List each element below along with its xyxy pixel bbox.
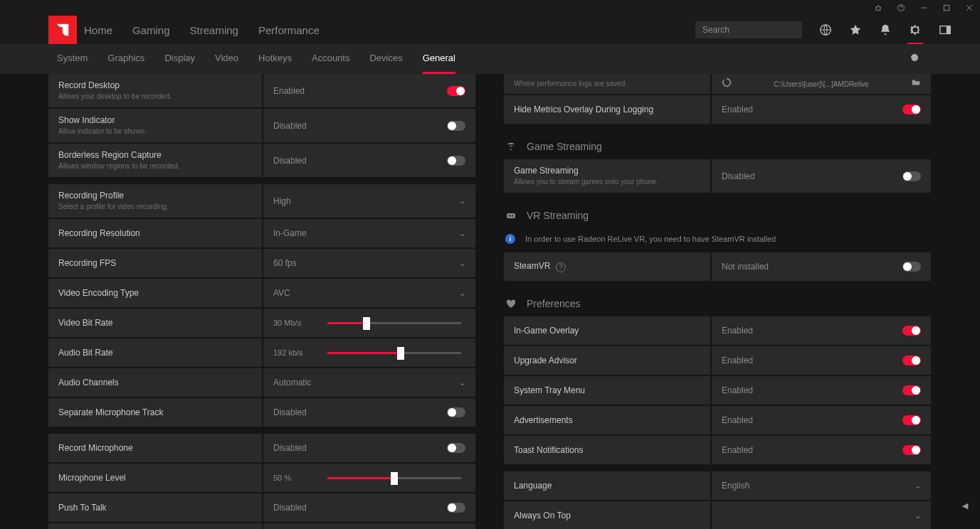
slider-thumb[interactable] bbox=[391, 472, 398, 485]
nav-streaming[interactable]: Streaming bbox=[190, 24, 238, 36]
dropdown[interactable]: 60 fps ⌄ bbox=[262, 249, 475, 277]
setting-row: System Tray Menu Enabled bbox=[504, 376, 931, 405]
toggle[interactable] bbox=[902, 326, 921, 336]
star-icon[interactable] bbox=[849, 23, 862, 36]
tab-video[interactable]: Video bbox=[215, 44, 238, 74]
nav-home[interactable]: Home bbox=[84, 24, 112, 36]
setting-row: Language English⌄ bbox=[504, 471, 931, 500]
setting-row: Audio Bit Rate 192 kb/s bbox=[48, 338, 475, 367]
dropdown[interactable]: Automatic ⌄ bbox=[262, 368, 475, 397]
setting-value: Automatic bbox=[273, 378, 311, 388]
setting-label: Always On Top bbox=[514, 511, 700, 520]
setting-sublabel: Select a profile for video recording. bbox=[58, 203, 252, 211]
setting-row: Upgrade Advisor Enabled bbox=[504, 346, 931, 375]
help-icon[interactable]: ? bbox=[556, 262, 566, 272]
share-icon[interactable] bbox=[960, 501, 970, 514]
toggle[interactable] bbox=[902, 105, 921, 114]
setting-label: Hide Metrics Overlay During Logging bbox=[514, 105, 700, 114]
dropdown[interactable]: ⌄ bbox=[710, 501, 931, 529]
main-header: Home Gaming Streaming Performance bbox=[0, 16, 980, 44]
help-icon[interactable] bbox=[895, 1, 907, 14]
toggle[interactable] bbox=[902, 385, 921, 395]
settings-left-column: Record Desktop Allows your desktop to be… bbox=[48, 74, 475, 529]
search-input[interactable] bbox=[701, 24, 796, 36]
tab-general[interactable]: General bbox=[423, 44, 455, 74]
chevron-down-icon: ⌄ bbox=[915, 481, 921, 491]
folder-icon[interactable] bbox=[911, 78, 921, 90]
setting-label: Video Encoding Type bbox=[58, 288, 252, 298]
setting-sublabel: Allows window regions to be recorded. bbox=[58, 162, 252, 171]
setting-label: Upgrade Advisor bbox=[514, 356, 700, 365]
setting-label: Borderless Region Capture bbox=[58, 150, 252, 160]
toggle[interactable] bbox=[902, 445, 921, 455]
settings-icon[interactable] bbox=[909, 23, 922, 36]
setting-label: Audio Bit Rate bbox=[58, 348, 252, 358]
minimize-icon[interactable] bbox=[917, 1, 930, 14]
setting-label: Microphone Level bbox=[58, 473, 252, 483]
toggle[interactable] bbox=[902, 171, 921, 181]
setting-label: Audio Channels bbox=[58, 378, 252, 388]
maximize-icon[interactable] bbox=[940, 1, 953, 14]
window-titlebar bbox=[0, 0, 980, 16]
nav-gaming[interactable]: Gaming bbox=[132, 24, 170, 36]
setting-row: Record Microphone Disabled bbox=[48, 434, 475, 462]
search-box[interactable] bbox=[695, 21, 802, 38]
bug-icon[interactable] bbox=[872, 1, 885, 14]
stream-icon bbox=[505, 141, 517, 152]
toggle[interactable] bbox=[447, 443, 465, 453]
dropdown[interactable]: High ⌄ bbox=[262, 184, 475, 218]
setting-label: Record Microphone bbox=[58, 443, 252, 453]
slider[interactable] bbox=[327, 322, 461, 324]
toggle[interactable] bbox=[902, 356, 921, 365]
slider-thumb[interactable] bbox=[397, 347, 404, 360]
dropdown[interactable]: In-Game ⌄ bbox=[262, 219, 475, 247]
section-header: Preferences bbox=[504, 289, 931, 316]
setting-value: Enabled bbox=[722, 356, 753, 365]
setting-row: Show Indicator Allow indicator to be sho… bbox=[48, 109, 475, 142]
tab-devices[interactable]: Devices bbox=[369, 44, 402, 74]
toggle[interactable] bbox=[447, 86, 465, 96]
info-icon: i bbox=[505, 234, 515, 244]
tab-hotkeys[interactable]: Hotkeys bbox=[258, 44, 292, 74]
setting-sublabel: Allow indicator to be shown. bbox=[58, 127, 252, 136]
slider-thumb[interactable] bbox=[363, 317, 370, 330]
setting-value: Disabled bbox=[273, 443, 307, 453]
dropdown[interactable]: English⌄ bbox=[710, 471, 931, 500]
toggle[interactable] bbox=[902, 262, 921, 272]
toggle[interactable] bbox=[902, 415, 921, 425]
tab-graphics[interactable]: Graphics bbox=[107, 44, 144, 74]
toggle[interactable] bbox=[447, 503, 465, 513]
setting-value: Enabled bbox=[722, 105, 753, 114]
amd-logo[interactable] bbox=[48, 16, 77, 44]
toggle[interactable] bbox=[447, 407, 465, 417]
chevron-down-icon: ⌄ bbox=[459, 259, 465, 268]
tab-system[interactable]: System bbox=[57, 44, 88, 74]
setting-row: Audio Boost Off ⌄ bbox=[48, 523, 475, 529]
setting-value: Enabled bbox=[722, 415, 753, 425]
slider[interactable] bbox=[327, 352, 461, 354]
setting-row: Recording Profile Select a profile for v… bbox=[48, 184, 475, 218]
dropdown[interactable]: Off ⌄ bbox=[262, 523, 475, 529]
setting-value: 60 fps bbox=[273, 258, 297, 268]
setting-value: Disabled bbox=[273, 407, 307, 417]
tab-display[interactable]: Display bbox=[164, 44, 195, 74]
setting-label: Recording Resolution bbox=[58, 228, 252, 238]
settings-subnav: System Graphics Display Video Hotkeys Ac… bbox=[0, 44, 980, 74]
setting-row: Microphone Level 50 % bbox=[48, 464, 475, 492]
tab-accounts[interactable]: Accounts bbox=[312, 44, 349, 74]
toggle[interactable] bbox=[447, 156, 465, 166]
nav-performance[interactable]: Performance bbox=[258, 24, 320, 36]
setting-value: Not installed bbox=[722, 262, 769, 272]
close-icon[interactable] bbox=[963, 1, 976, 14]
setting-sublabel: Allows your desktop to be recorded. bbox=[58, 92, 252, 101]
dropdown[interactable]: AVC ⌄ bbox=[262, 279, 475, 307]
globe-icon[interactable] bbox=[819, 23, 832, 36]
panel-icon[interactable] bbox=[939, 23, 952, 36]
slider[interactable] bbox=[327, 477, 461, 479]
bell-icon[interactable] bbox=[879, 23, 892, 36]
info-text: In order to use Radeon ReLive VR, you ne… bbox=[525, 235, 776, 243]
revert-icon[interactable] bbox=[909, 52, 923, 66]
setting-row: In-Game Overlay Enabled bbox=[504, 316, 931, 345]
toggle[interactable] bbox=[447, 121, 465, 131]
setting-value: High bbox=[273, 196, 291, 206]
